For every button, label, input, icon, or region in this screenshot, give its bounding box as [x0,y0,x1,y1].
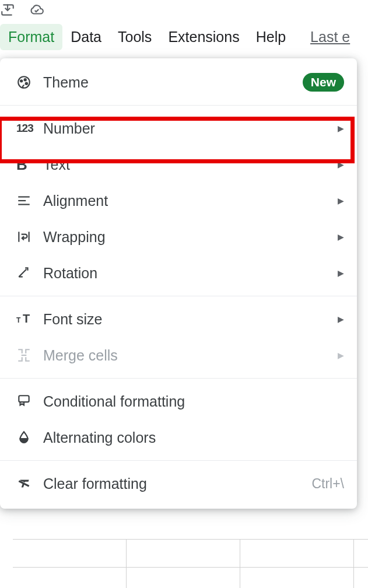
menu-extensions[interactable]: Extensions [160,24,247,50]
menu-tools[interactable]: Tools [110,24,160,50]
menu-item-clear-formatting[interactable]: Clear formatting Ctrl+\ [0,466,357,502]
clear-formatting-icon [16,476,37,491]
new-badge: New [303,73,344,92]
menu-data[interactable]: Data [62,24,110,50]
menu-item-wrapping[interactable]: Wrapping ▶ [0,219,357,255]
shortcut-label: Ctrl+\ [311,476,344,492]
svg-text:T: T [23,312,30,325]
menu-label: Text [37,156,334,173]
menu-label: Font size [37,311,334,328]
submenu-arrow-icon: ▶ [334,124,344,133]
wrapping-icon [16,229,37,244]
menu-item-theme[interactable]: Theme New [0,64,357,100]
submenu-arrow-icon: ▶ [334,314,344,324]
separator [0,105,357,106]
import-icon[interactable] [0,2,15,20]
conditional-formatting-icon [16,394,37,409]
menu-label: Alternating colors [37,429,344,446]
menu-label: Merge cells [37,347,334,364]
menu-item-conditional-formatting[interactable]: Conditional formatting [0,383,357,419]
svg-point-3 [26,83,27,85]
menu-item-alignment[interactable]: Alignment ▶ [0,183,357,219]
svg-point-0 [18,76,30,88]
menu-label: Theme [37,74,303,91]
menu-label: Alignment [37,192,334,209]
svg-point-1 [20,80,22,82]
menu-format[interactable]: Format [0,24,62,50]
cloud-sync-icon[interactable] [29,2,44,20]
menu-help[interactable]: Help [248,24,294,50]
svg-text:T: T [16,316,21,324]
menubar: Format Data Tools Extensions Help Last e [0,23,368,50]
menu-label: Number [37,120,334,137]
format-dropdown: Theme New 123 Number ▶ B Text ▶ Alignmen… [0,58,357,509]
alignment-icon [16,193,37,208]
separator [0,378,357,379]
submenu-arrow-icon: ▶ [334,268,344,278]
svg-rect-11 [19,396,29,402]
menu-item-text[interactable]: B Text ▶ [0,146,357,183]
spreadsheet-grid[interactable] [13,539,368,588]
menu-label: Conditional formatting [37,393,344,410]
last-edit-link[interactable]: Last e [310,29,350,46]
theme-icon [16,75,37,90]
menu-label: Wrapping [37,229,334,246]
menu-label: Rotation [37,265,334,282]
submenu-arrow-icon: ▶ [334,196,344,205]
merge-cells-icon [16,348,37,363]
alternating-colors-icon [16,430,37,445]
font-size-icon: TT [16,312,37,327]
submenu-arrow-icon: ▶ [334,351,344,360]
menu-item-font-size[interactable]: TT Font size ▶ [0,301,357,337]
menu-item-alternating-colors[interactable]: Alternating colors [0,419,357,456]
number-icon: 123 [16,122,37,135]
menu-item-rotation[interactable]: Rotation ▶ [0,255,357,291]
submenu-arrow-icon: ▶ [334,160,344,169]
separator [0,296,357,296]
menu-label: Clear formatting [37,475,311,492]
menu-item-number[interactable]: 123 Number ▶ [0,110,357,146]
menu-item-merge-cells: Merge cells ▶ [0,337,357,373]
submenu-arrow-icon: ▶ [334,232,344,242]
rotation-icon [16,265,37,281]
separator [0,460,357,461]
bold-icon: B [16,156,37,174]
svg-point-2 [24,79,26,80]
